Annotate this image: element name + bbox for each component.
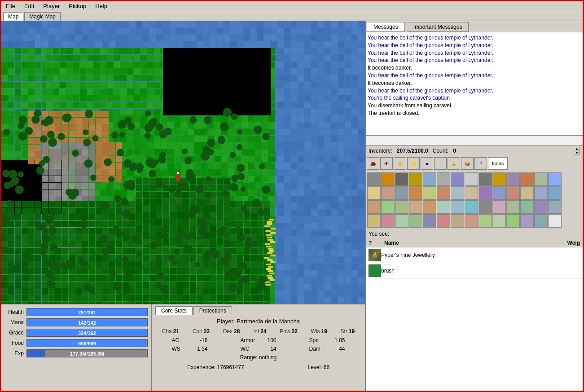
message-line: You hear the bell of the glorious temple… [368, 72, 581, 79]
inv-cell[interactable] [548, 186, 562, 200]
inv-cell[interactable] [409, 214, 422, 228]
inv-cell[interactable] [409, 172, 422, 186]
tab-map[interactable]: Map [3, 12, 23, 21]
inv-cell[interactable] [367, 172, 381, 186]
core-tabs: Core Stats Protections [155, 306, 361, 315]
list-item[interactable]: 🧍Pyper's Fine Jewellery [366, 247, 583, 263]
inv-btn-arrow[interactable]: → [434, 157, 447, 170]
inv-btn-star[interactable]: ★ [421, 157, 433, 170]
inv-cell[interactable] [367, 200, 381, 214]
inv-cell[interactable] [465, 200, 478, 214]
inv-cell[interactable] [479, 200, 492, 214]
inv-cell[interactable] [465, 186, 478, 200]
inv-btn-eye[interactable]: 👁 [380, 157, 393, 170]
stat-ac: AC -16 [172, 337, 208, 344]
inv-cell[interactable] [423, 186, 436, 200]
list-item[interactable]: brush [366, 263, 583, 279]
scroll-down-btn[interactable]: ▼ [574, 151, 580, 154]
inv-cell[interactable] [381, 200, 395, 214]
inv-cell[interactable] [381, 172, 395, 186]
inv-cell[interactable] [381, 214, 395, 228]
inv-cell[interactable] [520, 200, 534, 214]
inv-cell[interactable] [520, 172, 534, 186]
inv-cell[interactable] [492, 186, 506, 200]
inv-cell[interactable] [437, 172, 450, 186]
menu-file[interactable]: File [3, 2, 18, 10]
inv-cell[interactable] [506, 200, 520, 214]
inv-cell[interactable] [437, 214, 450, 228]
inv-cell[interactable] [381, 186, 395, 200]
inv-btn-hand[interactable]: ✋ [394, 157, 406, 170]
inv-cell[interactable] [395, 200, 408, 214]
inv-btn-box[interactable]: 📦 [461, 157, 474, 170]
menu-player[interactable]: Player [40, 2, 62, 10]
inv-cell[interactable] [409, 200, 422, 214]
inv-btn-acorn[interactable]: 🌰 [367, 157, 379, 170]
inv-cell[interactable] [423, 200, 436, 214]
inv-cell[interactable] [395, 214, 408, 228]
you-see-header: You see: [366, 229, 583, 239]
inv-cell[interactable] [506, 172, 520, 186]
inv-cell[interactable] [409, 186, 422, 200]
inv-cell[interactable] [492, 200, 506, 214]
col-weight: Weig [553, 240, 580, 246]
scroll-up-btn[interactable]: ▲ [574, 147, 580, 150]
inv-btn-icons[interactable]: Icons [488, 157, 508, 170]
inv-cell[interactable] [367, 186, 381, 200]
tab-protections[interactable]: Protections [193, 306, 232, 315]
tab-magic-map[interactable]: Magic Map [24, 12, 61, 21]
tab-messages[interactable]: Messages [367, 22, 405, 32]
inv-cell[interactable] [367, 214, 381, 228]
inv-cell[interactable] [534, 214, 548, 228]
inv-cell[interactable] [534, 200, 548, 214]
attr-str: Str 19 [340, 328, 355, 335]
menu-help[interactable]: Help [92, 2, 110, 10]
inv-btn-question[interactable]: ? [474, 157, 487, 170]
inv-cell[interactable] [520, 186, 534, 200]
inventory-toolbar: 🌰 👁 ✋ 🪙 ★ → 🔒 📦 ? Icons [366, 156, 583, 171]
menu-edit[interactable]: Edit [22, 2, 37, 10]
inv-cell[interactable] [437, 186, 450, 200]
menubar: File Edit Player Pickup Help [1, 1, 583, 11]
inv-cell[interactable] [465, 214, 478, 228]
food-label: Food [5, 340, 24, 346]
inv-cell[interactable] [548, 214, 562, 228]
inv-cell[interactable] [423, 214, 436, 228]
inv-cell[interactable] [395, 186, 408, 200]
inv-cell[interactable] [479, 214, 492, 228]
inv-btn-coin[interactable]: 🪙 [407, 157, 420, 170]
tab-core-stats[interactable]: Core Stats [155, 306, 193, 315]
inv-cell[interactable] [534, 172, 548, 186]
inv-cell[interactable] [465, 172, 478, 186]
inventory-header: Inventory: 207.5/2100.0 Count: 0 ▲ ▼ [366, 145, 583, 156]
inv-cell[interactable] [506, 186, 520, 200]
inv-cell[interactable] [395, 172, 408, 186]
inv-cell[interactable] [506, 214, 520, 228]
messages-content[interactable]: You hear the bell of the glorious temple… [366, 32, 583, 136]
menu-pickup[interactable]: Pickup [66, 2, 89, 10]
attr-cha: Cha 21 [162, 328, 179, 335]
inv-cell[interactable] [451, 186, 464, 200]
inv-cell[interactable] [451, 172, 464, 186]
inv-cell[interactable] [479, 186, 492, 200]
inv-cell[interactable] [479, 172, 492, 186]
inv-cell[interactable] [492, 214, 506, 228]
inv-cell[interactable] [520, 214, 534, 228]
inv-cell[interactable] [548, 200, 562, 214]
exp-row: Exp 177.0M/185.6M [5, 349, 148, 357]
stat-dam: Dam 44 [309, 346, 345, 352]
inv-cell[interactable] [451, 214, 464, 228]
inv-btn-lock[interactable]: 🔒 [448, 157, 460, 170]
food-value: 986/999 [27, 339, 147, 348]
inv-cell[interactable] [492, 172, 506, 186]
inv-cell[interactable] [534, 186, 548, 200]
inv-cell[interactable] [548, 172, 562, 186]
message-input[interactable] [366, 136, 583, 145]
food-bar-container: 986/999 [26, 339, 148, 347]
inv-cell[interactable] [423, 172, 436, 186]
experience-value: Experience: 176961477 [187, 364, 244, 370]
tab-important-messages[interactable]: Important Messages [407, 22, 469, 32]
inv-cell[interactable] [451, 200, 464, 214]
inv-cell[interactable] [437, 200, 450, 214]
game-map[interactable] [1, 21, 365, 304]
